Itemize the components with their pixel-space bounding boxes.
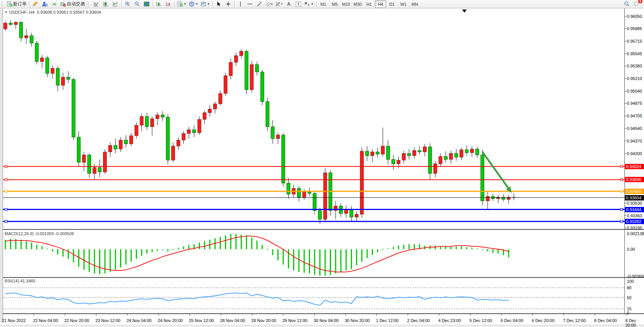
line-handle[interactable] [620, 165, 623, 168]
search-button[interactable] [622, 0, 631, 8]
line-handle[interactable] [5, 208, 7, 211]
line-chart-button[interactable] [111, 0, 120, 8]
time-axis-label: 22 Nov 04:00 [33, 318, 58, 323]
line-handle[interactable] [5, 220, 7, 223]
candle-body [402, 154, 406, 160]
line-handle[interactable] [620, 220, 623, 223]
candle-body [255, 64, 259, 72]
time-axis-label: 28 Nov 04:00 [220, 318, 245, 323]
line-handle[interactable] [5, 178, 7, 181]
strategy-tester-button[interactable] [40, 0, 50, 8]
autotrading-label: 自动交易 [67, 1, 85, 7]
fibonacci-button[interactable]: F [274, 0, 284, 8]
channel-button[interactable]: E [264, 0, 274, 8]
timeframe-mn-button[interactable]: MN [409, 0, 421, 8]
time-axis-label: 28 Nov 20:00 [251, 318, 276, 323]
chart-shift-button[interactable] [164, 0, 173, 8]
candle-body [496, 197, 500, 199]
candle-body [166, 117, 170, 160]
templates-button[interactable]: ▼ [199, 0, 211, 8]
tile-windows-icon [144, 1, 149, 7]
window-menu-icon[interactable]: ▼ [5, 11, 8, 14]
candle-body [434, 164, 437, 173]
bar-chart-icon [93, 1, 99, 7]
candle-body [98, 168, 101, 172]
metaeditor-button[interactable] [31, 0, 40, 8]
toolbar-separator [234, 1, 234, 7]
vertical-line-button[interactable] [236, 0, 245, 8]
macd-values: -0.001059 -0.000508 [35, 231, 74, 236]
candle-body [475, 149, 479, 155]
candle-body [72, 79, 75, 137]
candle-body [124, 140, 128, 144]
candle-body [439, 156, 442, 164]
zoom-in-button[interactable] [123, 0, 132, 8]
candle-body [245, 51, 248, 90]
chart-window[interactable]: ▼USDCHF-,H4 0.93608 0.93661 0.93567 0.93… [0, 8, 644, 327]
candle-body [234, 56, 238, 62]
candle-body [287, 183, 290, 194]
timeframe-m1-button[interactable]: M1 [318, 0, 329, 8]
line-handle[interactable] [5, 165, 7, 168]
time-axis-label: 1 Dec 12:00 [376, 318, 398, 323]
price-axis-label: 0.93360 [627, 213, 642, 218]
time-axis-label: 23 Nov 12:00 [95, 318, 120, 323]
periods-button[interactable]: ▼ [188, 0, 199, 8]
bar-chart-button[interactable] [92, 0, 101, 8]
text-label-button[interactable]: T [294, 0, 303, 8]
timeframe-m15-button[interactable]: M15 [340, 0, 352, 8]
time-axis-label: 22 Nov 20:00 [64, 318, 89, 323]
candle-body [302, 191, 306, 197]
crosshair-button[interactable] [223, 0, 233, 8]
autotrading-button[interactable]: 自动交易 [59, 0, 86, 8]
horizontal-line-button[interactable] [245, 0, 255, 8]
time-axis-label: 24 Nov 20:00 [158, 318, 183, 323]
toolbar-separator [316, 1, 316, 7]
autoscroll-button[interactable] [154, 0, 164, 8]
autoscroll-icon [156, 1, 162, 7]
new-order-button[interactable]: 新订单 [5, 0, 28, 8]
candle-body [297, 188, 301, 197]
line-handle[interactable] [620, 178, 623, 181]
candle-body [187, 130, 191, 133]
candle-body [193, 130, 196, 133]
price-axis-label: 0.96050 [627, 14, 642, 19]
zoom-out-button[interactable] [132, 0, 142, 8]
trendline-button[interactable] [255, 0, 264, 8]
candle-body [145, 116, 149, 127]
signal-icon [51, 1, 57, 7]
candle-body [481, 155, 484, 201]
price-axis-label: 0.95210 [627, 76, 642, 81]
timeframe-h4-button[interactable]: H4 [375, 0, 386, 8]
text-tool-icon: A [287, 1, 291, 7]
line-handle[interactable] [620, 208, 623, 211]
candle-chart-button[interactable] [101, 0, 111, 8]
candle-body [276, 135, 280, 139]
timeframe-h1-button[interactable]: H1 [363, 0, 375, 8]
notifications-button[interactable]: 1 [631, 0, 641, 8]
timeframe-m5-button[interactable]: M5 [329, 0, 340, 8]
timeframe-d1-button[interactable]: D1 [386, 0, 398, 8]
cursor-button[interactable] [214, 0, 223, 8]
candle-body [229, 63, 233, 76]
timeframe-w1-button[interactable]: W1 [398, 0, 409, 8]
candle-body [19, 22, 23, 38]
channel-icon [265, 1, 271, 7]
text-button[interactable]: A [284, 0, 294, 8]
vertical-line-icon [238, 1, 243, 7]
price-axis-label: 0.94540 [627, 126, 642, 131]
line-handle[interactable] [620, 190, 623, 192]
arrows-button[interactable]: ▼ [303, 0, 315, 8]
price-axis-label: 0.94200 [627, 151, 642, 156]
tile-windows-button[interactable] [142, 0, 151, 8]
candle-body [77, 137, 80, 162]
timeframe-m30-button[interactable]: M30 [352, 0, 363, 8]
line-handle[interactable] [5, 190, 7, 192]
candle-body [407, 154, 411, 156]
chart-canvas[interactable] [0, 8, 644, 327]
chevron-down-icon: ▼ [311, 2, 314, 6]
indicators-button[interactable]: ▼ [176, 0, 188, 8]
trend-arrow-object[interactable] [482, 152, 508, 188]
signals-button[interactable] [50, 0, 59, 8]
chart-shift-marker[interactable] [462, 10, 467, 13]
